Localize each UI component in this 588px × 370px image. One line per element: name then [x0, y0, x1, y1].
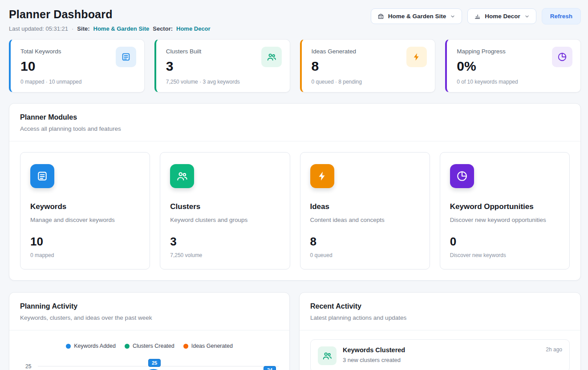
activity-item-keywords-clustered[interactable]: Keywords Clustered 3 new clusters create…	[310, 339, 570, 370]
users-icon	[170, 164, 194, 188]
page-title: Planner Dashboard	[9, 8, 211, 21]
lightning-icon	[310, 164, 334, 188]
chart-plot-area: 25 25 24	[20, 357, 279, 370]
section-title: Planner Modules	[20, 113, 570, 121]
lightning-icon	[406, 47, 427, 67]
module-card-ideas[interactable]: Ideas Content ideas and concepts 8 0 que…	[300, 152, 430, 269]
module-description: Keyword clusters and groups	[170, 217, 280, 223]
legend-item-keywords-added: Keywords Added	[66, 343, 116, 349]
legend-label: Clusters Created	[133, 343, 174, 349]
module-card-clusters[interactable]: Clusters Keyword clusters and groups 3 7…	[160, 152, 290, 269]
legend-dot	[183, 344, 188, 349]
site-selector-value: Home & Garden Site	[388, 13, 446, 20]
module-value: 8	[310, 235, 420, 249]
section-title: Recent Activity	[310, 302, 570, 310]
document-icon	[116, 47, 136, 67]
stat-detail: 0 queued · 8 pending	[312, 79, 426, 85]
legend-item-ideas-generated: Ideas Generated	[183, 343, 233, 349]
bottom-section: Planning Activity Keywords, clusters, an…	[9, 281, 581, 370]
module-value: 3	[170, 235, 280, 249]
stat-card-mapping-progress: Mapping Progress 0% 0 of 10 keywords map…	[445, 39, 581, 92]
users-icon	[318, 346, 337, 365]
stat-card-total-keywords: Total Keywords 10 0 mapped · 10 unmapped	[9, 39, 145, 92]
legend-dot	[125, 344, 130, 349]
planner-dashboard-page: Planner Dashboard Last updated: 05:31:21…	[0, 0, 588, 370]
sector-selector-dropdown[interactable]: Home Decor	[467, 8, 536, 24]
legend-label: Ideas Generated	[191, 343, 233, 349]
users-icon	[261, 47, 282, 67]
module-title: Keyword Opportunities	[450, 202, 560, 211]
section-subtitle: Latest planning actions and updates	[310, 314, 570, 321]
module-description: Manage and discover keywords	[30, 217, 140, 223]
stat-detail: 7,250 volume · 3 avg keywords	[166, 79, 281, 85]
sector-link[interactable]: Home Decor	[176, 25, 211, 32]
recent-activity-panel: Recent Activity Latest planning actions …	[299, 292, 581, 370]
planning-activity-header: Planning Activity Keywords, clusters, an…	[9, 293, 289, 330]
module-description: Content ideas and concepts	[310, 217, 420, 223]
activity-text: Keywords Clustered 3 new clusters create…	[343, 346, 539, 365]
module-description: Discover new keyword opportunities	[450, 217, 560, 223]
module-caption: 0 mapped	[30, 252, 140, 258]
site-label: Site:	[77, 25, 89, 32]
header-controls: Home & Garden Site Home Decor Refresh	[371, 8, 581, 24]
point-label-24: 24	[264, 366, 276, 370]
page-meta: Last updated: 05:31:21 · Site: Home & Ga…	[9, 25, 211, 32]
module-title: Ideas	[310, 202, 420, 211]
module-value: 0	[450, 235, 560, 249]
recent-activity-list: Keywords Clustered 3 new clusters create…	[300, 330, 580, 370]
module-card-keyword-opportunities[interactable]: Keyword Opportunities Discover new keywo…	[440, 152, 570, 269]
legend-label: Keywords Added	[74, 343, 116, 349]
module-card-keywords[interactable]: Keywords Manage and discover keywords 10…	[20, 152, 150, 269]
module-caption: 0 queued	[310, 252, 420, 258]
stat-detail: 0 mapped · 10 unmapped	[20, 79, 135, 85]
planning-activity-panel: Planning Activity Keywords, clusters, an…	[9, 292, 290, 370]
stats-row: Total Keywords 10 0 mapped · 10 unmapped…	[9, 39, 581, 92]
chevron-down-icon	[450, 14, 455, 19]
planner-modules-header: Planner Modules Access all planning tool…	[9, 104, 580, 141]
legend-item-clusters-created: Clusters Created	[125, 343, 174, 349]
module-value: 10	[30, 235, 140, 249]
section-subtitle: Keywords, clusters, and ideas over the p…	[20, 314, 279, 321]
activity-description: 3 new clusters created	[343, 357, 539, 363]
chart-legend: Keywords Added Clusters Created Ideas Ge…	[20, 343, 279, 349]
page-header-left: Planner Dashboard Last updated: 05:31:21…	[9, 8, 211, 32]
section-title: Planning Activity	[20, 302, 279, 310]
stat-card-clusters-built: Clusters Built 3 7,250 volume · 3 avg ke…	[154, 39, 290, 92]
meta-separator: ·	[72, 25, 73, 32]
module-title: Clusters	[170, 202, 280, 211]
pie-chart-icon	[450, 164, 474, 188]
section-subtitle: Access all planning tools and features	[20, 125, 570, 132]
sector-selector-value: Home Decor	[485, 13, 520, 20]
planning-activity-chart: Keywords Added Clusters Created Ideas Ge…	[9, 330, 289, 370]
legend-dot	[66, 344, 71, 349]
module-caption: Discover new keywords	[450, 252, 560, 258]
chevron-down-icon	[524, 14, 530, 19]
last-updated-text: Last updated: 05:31:21	[9, 25, 68, 32]
sector-label: Sector:	[153, 25, 173, 32]
stat-card-ideas-generated: Ideas Generated 8 0 queued · 8 pending	[300, 39, 436, 92]
page-header: Planner Dashboard Last updated: 05:31:21…	[9, 8, 581, 32]
recent-activity-header: Recent Activity Latest planning actions …	[300, 293, 580, 330]
building-icon	[377, 13, 384, 20]
pie-chart-icon	[552, 47, 572, 67]
document-icon	[30, 164, 54, 188]
site-selector-dropdown[interactable]: Home & Garden Site	[371, 8, 462, 24]
modules-grid: Keywords Manage and discover keywords 10…	[9, 141, 580, 280]
bar-chart-icon	[474, 13, 481, 20]
site-link[interactable]: Home & Garden Site	[93, 25, 150, 32]
refresh-button[interactable]: Refresh	[542, 8, 581, 24]
module-caption: 7,250 volume	[170, 252, 280, 258]
stat-detail: 0 of 10 keywords mapped	[457, 79, 572, 85]
activity-title: Keywords Clustered	[343, 346, 539, 354]
point-label-25: 25	[148, 359, 161, 367]
activity-timestamp: 2h ago	[546, 346, 562, 365]
module-title: Keywords	[30, 202, 140, 211]
planner-modules-panel: Planner Modules Access all planning tool…	[9, 103, 581, 281]
